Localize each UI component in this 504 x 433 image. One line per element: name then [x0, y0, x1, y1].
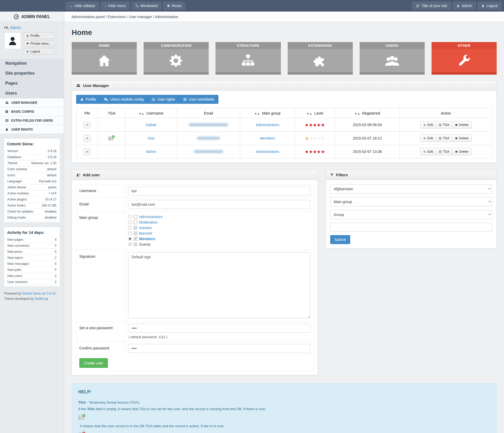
create-user-button[interactable]: Create user	[79, 358, 108, 368]
info-row: Version:0.9.18	[7, 148, 57, 154]
sort-arrows-icon[interactable]: ▼▲	[255, 112, 260, 115]
radio-button-selected[interactable]	[128, 237, 132, 241]
sidebar-item-user-manager[interactable]: USER MANAGER	[0, 98, 64, 107]
group-select[interactable]: Group	[330, 210, 492, 219]
submit-button[interactable]: Submit	[330, 235, 350, 244]
avatar-person-icon	[7, 35, 18, 46]
avatar[interactable]	[4, 32, 21, 49]
group-link[interactable]: Banned	[139, 231, 152, 235]
country-select[interactable]: Afghanistan	[330, 184, 492, 194]
sidebar-item-users[interactable]: Users	[0, 88, 64, 98]
admin-account-button[interactable]: Admin	[453, 2, 476, 10]
reset-button[interactable]: ✖Reset	[163, 2, 185, 10]
main-group-select[interactable]: Main group	[330, 197, 492, 207]
radio-button[interactable]	[128, 226, 132, 230]
hide-menu-button[interactable]: ↕Hide menu	[101, 2, 130, 10]
site-title-button[interactable]: Title of your site	[412, 2, 451, 10]
sidebar-logout-button[interactable]: Logout	[24, 48, 55, 55]
sort-arrows-icon[interactable]: ▼▲	[307, 112, 313, 115]
radio-button[interactable]	[128, 220, 132, 224]
tga-button[interactable]: TGA	[436, 121, 453, 128]
col-username[interactable]: ▼▲Username	[125, 108, 177, 118]
sidebar-item-basic-config[interactable]: BASIC CONFIG	[0, 107, 64, 116]
tile-structure[interactable]: STRUCTURE	[216, 42, 281, 75]
delete-button[interactable]: ✖Delete	[452, 121, 471, 128]
profile-button[interactable]: Profile	[24, 32, 55, 39]
sidebar-user-block: Hi, Admin Profile Private mess... Logout	[0, 22, 64, 58]
hide-sidebar-button[interactable]: ↔Hide sidebar	[66, 2, 99, 10]
main-group-link[interactable]: Administrators	[256, 123, 279, 127]
home-icon	[97, 53, 112, 68]
username-link[interactable]: Doe	[148, 136, 155, 140]
group-link[interactable]: Inactive	[139, 226, 152, 230]
radio-button[interactable]	[128, 215, 132, 219]
sidebar-item-navigation[interactable]: Navigation	[0, 58, 64, 68]
delete-button[interactable]: ✖Delete	[452, 148, 471, 155]
greeting-admin-link[interactable]: Admin	[10, 25, 21, 30]
col-action: Action	[400, 108, 492, 118]
group-option-members: Members	[128, 237, 310, 241]
radio-button[interactable]	[128, 231, 132, 235]
tile-other[interactable]: OTHER	[432, 42, 497, 75]
username-link[interactable]: Kabak	[146, 123, 156, 127]
pm-envelope-icon[interactable]: ✉	[83, 135, 91, 142]
col-main-group[interactable]: ▼▲Main group	[240, 108, 295, 118]
filter-text-input[interactable]	[330, 223, 492, 232]
sidebar-item-site-properties[interactable]: Site properties	[0, 68, 64, 78]
seditio-link[interactable]: Seditio.by	[34, 297, 48, 301]
edit-button[interactable]: ✎Edit	[420, 148, 436, 155]
pm-envelope-icon[interactable]: ✉	[83, 148, 91, 155]
sidebar-item-extra-fields[interactable]: EXTRA FIELDS FOR USERS	[0, 116, 64, 125]
admin-tiles: HOME CONFIGURATION STRUCTURE EXTENSIONS	[72, 42, 497, 75]
tile-home[interactable]: HOME	[72, 42, 137, 75]
col-level[interactable]: ▼▲Level	[295, 108, 335, 118]
username-link[interactable]: Admin	[146, 150, 156, 154]
tga-cell	[98, 118, 125, 132]
table-row: ✉ Doe Members ★☆☆☆☆ 2015-02-07 16:12	[76, 132, 492, 145]
user-extrafields-button[interactable]: User extrafields	[179, 95, 218, 104]
edit-button[interactable]: ✎Edit	[420, 135, 436, 142]
delete-button[interactable]: ✖Delete	[452, 135, 471, 142]
breadcrumb: Administration panel / Extensions / User…	[64, 12, 504, 22]
registered-date: 2015-02-07 16:12	[353, 136, 382, 140]
user-manager-panel: User Manager Profile Users module config…	[72, 80, 497, 163]
level-stars: ★★★★★	[305, 150, 325, 154]
checkbox[interactable]	[134, 215, 137, 219]
main-group-link[interactable]: Administrators	[256, 150, 279, 154]
checkbox-checked[interactable]	[134, 237, 137, 241]
users-icon	[384, 54, 400, 68]
group-link[interactable]: Moderators	[139, 220, 158, 224]
pencil-icon: ✎	[423, 123, 426, 127]
confirm-password-input[interactable]	[128, 344, 310, 353]
col-registered[interactable]: ▼▲Registered	[335, 108, 400, 118]
sidebar-item-user-rights[interactable]: USER RIGHTS	[0, 125, 64, 134]
profile-tab-button[interactable]: Profile	[76, 95, 100, 104]
sort-arrows-icon[interactable]: ▼▲	[139, 112, 145, 115]
checkbox[interactable]	[134, 220, 137, 224]
username-input[interactable]	[128, 187, 310, 195]
edit-button[interactable]: ✎Edit	[420, 121, 436, 128]
tile-users[interactable]: USERS	[360, 42, 425, 75]
main-group-link[interactable]: Members	[260, 136, 275, 140]
sidebar-item-pages[interactable]: Pages	[0, 78, 64, 88]
tga-button[interactable]: TGA	[436, 148, 453, 155]
group-link[interactable]: Administrators	[139, 215, 162, 219]
user-rights-button[interactable]: User rights	[148, 95, 179, 104]
private-messages-button[interactable]: Private mess...	[24, 40, 55, 47]
help-section: HELP: TGA - Temporary Group Access (TGA)…	[72, 383, 497, 433]
email-input[interactable]	[128, 200, 310, 209]
pm-envelope-icon[interactable]: ✉	[83, 122, 91, 128]
password-input[interactable]	[128, 324, 310, 333]
users-module-config-button[interactable]: Users module config	[100, 95, 148, 104]
logout-button[interactable]: Logout	[478, 2, 501, 10]
tga-button[interactable]: TGA	[436, 135, 453, 142]
tile-extensions[interactable]: EXTENSIONS	[288, 42, 353, 75]
pencil-icon: ✎	[423, 150, 426, 154]
cotonti-link[interactable]: Cotonti Siena ver 0.9.18	[22, 292, 56, 295]
tile-configuration[interactable]: CONFIGURATION	[144, 42, 209, 75]
signature-textarea[interactable]	[128, 252, 310, 318]
windowed-button[interactable]: Windowed	[132, 2, 161, 10]
group-link[interactable]: Members	[139, 237, 155, 241]
sort-arrows-icon[interactable]: ▼▲	[355, 112, 360, 115]
level-stars: ★★★★★	[305, 123, 325, 127]
